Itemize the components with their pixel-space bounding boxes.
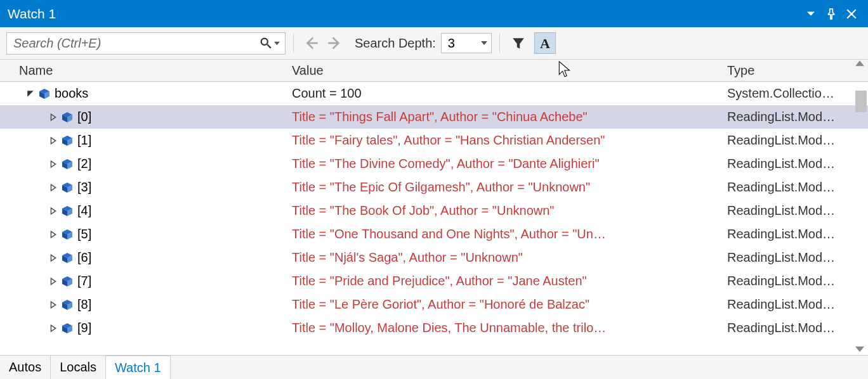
expander-icon[interactable] <box>49 160 57 168</box>
grid-header: Name Value Type <box>0 59 868 82</box>
scrollbar-thumb[interactable] <box>855 91 867 112</box>
titlebar: Watch 1 <box>0 0 868 27</box>
expander-icon[interactable] <box>49 184 57 191</box>
search-button[interactable] <box>255 37 285 49</box>
item-name: [6] <box>77 250 91 265</box>
table-row[interactable]: [1]Title = "Fairy tales", Author = "Hans… <box>0 129 868 152</box>
depth-select[interactable]: 3 <box>441 33 492 53</box>
object-icon <box>38 87 51 100</box>
expander-icon[interactable] <box>49 278 57 285</box>
column-type[interactable]: Type <box>721 63 868 78</box>
table-row[interactable]: [3]Title = "The Epic Of Gilgamesh", Auth… <box>0 176 868 199</box>
item-type: ReadingList.Mod… <box>721 203 868 218</box>
scroll-down-icon[interactable] <box>854 345 865 354</box>
item-value: Title = "The Epic Of Gilgamesh", Author … <box>286 180 721 195</box>
item-value: Title = "Things Fall Apart", Author = "C… <box>286 110 721 124</box>
item-value: Title = "Njál's Saga", Author = "Unknown… <box>286 250 721 265</box>
item-name: [5] <box>77 227 91 241</box>
item-type: ReadingList.Mod… <box>721 274 868 288</box>
text-filter-button[interactable]: A <box>534 32 556 54</box>
svg-text:A: A <box>540 35 550 51</box>
expander-icon[interactable] <box>49 301 57 309</box>
separator <box>293 34 294 53</box>
item-name: [3] <box>77 180 91 195</box>
depth-label: Search Depth: <box>355 36 436 51</box>
expander-icon[interactable] <box>49 137 57 145</box>
column-name[interactable]: Name <box>0 63 286 78</box>
object-icon <box>61 275 74 288</box>
search-input[interactable] <box>7 36 255 51</box>
expander-icon[interactable] <box>49 113 57 121</box>
item-type: ReadingList.Mod… <box>721 110 868 124</box>
item-name: [1] <box>77 133 91 148</box>
item-name: [9] <box>77 321 91 335</box>
item-name: [4] <box>77 203 91 218</box>
object-icon <box>61 111 74 124</box>
window-title: Watch 1 <box>8 6 799 22</box>
tab-bar: Autos Locals Watch 1 <box>0 355 868 379</box>
expander-icon[interactable] <box>49 231 57 238</box>
tab-locals[interactable]: Locals <box>51 356 106 379</box>
item-type: ReadingList.Mod… <box>721 321 868 335</box>
rows-container: books Count = 100 System.Collectio… [0]T… <box>0 82 868 355</box>
item-value: Title = "Le Père Goriot", Author = "Hono… <box>286 297 721 312</box>
item-value: Title = "The Book Of Job", Author = "Unk… <box>286 203 721 218</box>
filter-button[interactable] <box>508 32 529 54</box>
expander-icon[interactable] <box>49 324 57 332</box>
object-icon <box>61 181 74 194</box>
watch-grid: Name Value Type books Count = 100 System… <box>0 59 868 355</box>
item-value: Title = "Fairy tales", Author = "Hans Ch… <box>286 133 721 148</box>
item-value: Title = "The Divine Comedy", Author = "D… <box>286 157 721 171</box>
tab-autos[interactable]: Autos <box>0 356 51 379</box>
table-row[interactable]: [9]Title = "Molloy, Malone Dies, The Unn… <box>0 316 868 340</box>
item-value: Title = "Molloy, Malone Dies, The Unnama… <box>286 321 721 335</box>
item-name: [0] <box>77 110 91 124</box>
object-icon <box>61 228 74 241</box>
item-type: ReadingList.Mod… <box>721 297 868 312</box>
tab-watch1[interactable]: Watch 1 <box>106 356 171 379</box>
table-row[interactable]: [5]Title = "One Thousand and One Nights"… <box>0 222 868 246</box>
column-value[interactable]: Value <box>286 63 721 78</box>
pin-icon[interactable] <box>822 5 840 23</box>
window-menu-icon[interactable] <box>802 5 820 23</box>
expander-icon[interactable] <box>49 254 57 262</box>
root-row[interactable]: books Count = 100 System.Collectio… <box>0 82 868 105</box>
item-value: Title = "Pride and Prejudice", Author = … <box>286 274 721 288</box>
item-type: ReadingList.Mod… <box>721 180 868 195</box>
item-type: ReadingList.Mod… <box>721 250 868 265</box>
object-icon <box>61 158 74 170</box>
item-name: [8] <box>77 297 91 312</box>
root-value: Count = 100 <box>286 86 721 101</box>
table-row[interactable]: [0]Title = "Things Fall Apart", Author =… <box>0 105 868 129</box>
depth-value: 3 <box>448 36 455 51</box>
scroll-up-icon[interactable] <box>854 59 865 68</box>
item-type: ReadingList.Mod… <box>721 133 868 148</box>
object-icon <box>61 322 74 335</box>
object-icon <box>61 299 74 311</box>
table-row[interactable]: [8]Title = "Le Père Goriot", Author = "H… <box>0 293 868 316</box>
svg-point-0 <box>261 39 268 45</box>
object-icon <box>61 134 74 147</box>
root-type: System.Collectio… <box>721 86 868 101</box>
object-icon <box>61 205 74 217</box>
close-icon[interactable] <box>843 5 860 23</box>
separator <box>499 34 500 53</box>
expander-icon[interactable] <box>49 207 57 215</box>
expander-icon[interactable] <box>27 90 34 98</box>
item-name: [2] <box>77 157 91 171</box>
item-type: ReadingList.Mod… <box>721 227 868 241</box>
table-row[interactable]: [4]Title = "The Book Of Job", Author = "… <box>0 199 868 222</box>
nav-forward-button[interactable] <box>326 34 345 53</box>
nav-back-button[interactable] <box>301 34 320 53</box>
search-box[interactable] <box>6 32 286 55</box>
root-name: books <box>55 86 88 101</box>
item-name: [7] <box>77 274 91 288</box>
table-row[interactable]: [7]Title = "Pride and Prejudice", Author… <box>0 269 868 293</box>
item-value: Title = "One Thousand and One Nights", A… <box>286 227 721 241</box>
toolbar: Search Depth: 3 A <box>0 27 868 59</box>
item-type: ReadingList.Mod… <box>721 157 868 171</box>
object-icon <box>61 252 74 264</box>
table-row[interactable]: [2]Title = "The Divine Comedy", Author =… <box>0 152 868 176</box>
table-row[interactable]: [6]Title = "Njál's Saga", Author = "Unkn… <box>0 246 868 269</box>
